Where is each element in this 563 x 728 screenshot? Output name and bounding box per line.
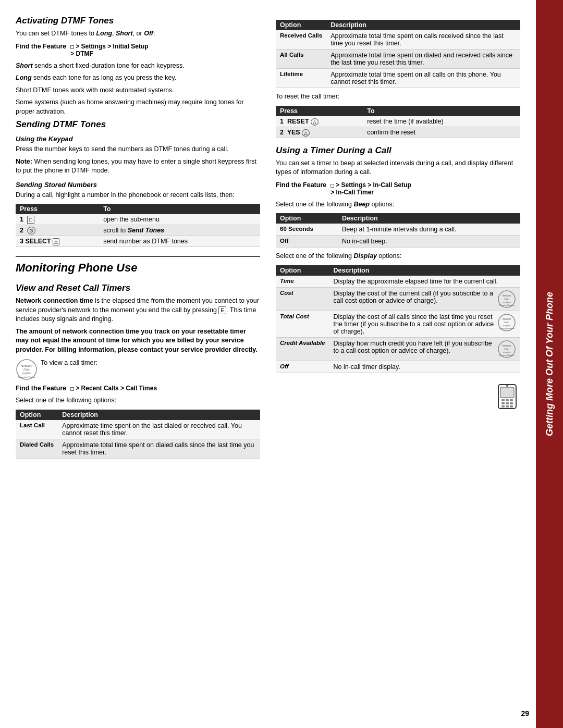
network-badge-cost: Network /Sub- scription Dependent Featur… xyxy=(497,290,516,309)
find-feature-label-3: Find the Feature xyxy=(276,181,326,189)
keypad-desc: Press the number keys to send the number… xyxy=(16,145,260,154)
table-row: 1 □ open the sub-menu xyxy=(16,214,260,225)
main-content: Activating DTMF Tones You can set DTMF t… xyxy=(0,0,536,728)
table-row: 60 Seconds Beep at 1-minute intervals du… xyxy=(276,224,520,236)
option-desc: Approximate time spent on the last diale… xyxy=(58,420,260,439)
left-column: Activating DTMF Tones You can set DTMF t… xyxy=(16,16,260,712)
row-action: send number as DTMF tones xyxy=(99,236,260,247)
table-row: Cost Display the cost of the current cal… xyxy=(276,287,520,311)
table-row: 3 SELECT △ send number as DTMF tones xyxy=(16,236,260,247)
row-action: open the sub-menu xyxy=(99,214,260,225)
row-press: 1 RESET △ xyxy=(276,116,363,127)
monitoring-title: Monitoring Phone Use xyxy=(16,256,260,275)
table-row: Off No in-call timer display. xyxy=(276,361,520,373)
desc-header: Description xyxy=(338,213,520,224)
row-num: 1 □ xyxy=(16,214,99,225)
svg-rect-30 xyxy=(510,405,513,408)
short-desc: Short sends a short fixed-duration tone … xyxy=(16,61,260,71)
svg-text:Dependent Feature: Dependent Feature xyxy=(499,304,515,306)
to-col-header: To xyxy=(99,204,260,214)
activating-dtmf-intro: You can set DTMF tones to Long, Short, o… xyxy=(16,29,260,39)
bold-warning: The amount of network connection time yo… xyxy=(16,327,260,355)
svg-rect-24 xyxy=(510,399,513,401)
extra2: Some systems (such as home answering mac… xyxy=(16,98,260,116)
press-header: Press xyxy=(276,106,363,116)
reset-call-timer-desc: To reset the call timer: xyxy=(276,92,520,102)
desc-header: Description xyxy=(58,410,260,420)
svg-text:Network: Network xyxy=(503,344,511,347)
timer-during-call-section: Using a Timer During a Call You can set … xyxy=(276,145,520,373)
find-feature-path: □ > Settings > Initial Setup> DTMF xyxy=(70,43,148,57)
keypad-note: Note: When sending long tones, you may h… xyxy=(16,157,260,176)
extra1: Short DTMF tones work with most automate… xyxy=(16,86,260,95)
option-header: Option xyxy=(276,20,326,30)
cost-desc-text: Display the cost of the current call (if… xyxy=(334,290,496,304)
svg-point-31 xyxy=(506,385,508,387)
view-reset-title: View and Reset Call Timers xyxy=(16,283,260,293)
table-row: Off No in-call beep. xyxy=(276,236,520,248)
svg-text:Network: Network xyxy=(503,318,511,320)
option-name: Received Calls xyxy=(276,30,326,50)
to-header: To xyxy=(363,106,520,116)
timer-during-call-title: Using a Timer During a Call xyxy=(276,145,520,156)
display-options-desc: Select one of the following Display opti… xyxy=(276,252,520,261)
svg-rect-28 xyxy=(501,405,505,408)
find-feature-path-3: □ > Settings > In-Call Setup> In-Call Ti… xyxy=(331,181,411,196)
svg-text:/Sub-: /Sub- xyxy=(504,298,509,300)
press-table-dtmf: Press To 1 □ open the sub-menu 2 ⊙ scrol… xyxy=(16,204,260,247)
svg-text:Network: Network xyxy=(21,364,33,367)
svg-text:/Sub-: /Sub- xyxy=(504,348,509,350)
table-row: Last Call Approximate time spent on the … xyxy=(16,420,260,439)
row-num: 3 SELECT △ xyxy=(16,236,99,247)
table-row: Received Calls Approximate total time sp… xyxy=(276,30,520,50)
svg-rect-23 xyxy=(506,399,509,401)
beep-options-desc: Select one of the following Beep options… xyxy=(276,200,520,209)
svg-text:scription: scription xyxy=(22,372,32,375)
option-desc: No in-call timer display. xyxy=(329,361,521,373)
option-name: All Calls xyxy=(276,50,326,69)
phone-icon xyxy=(494,384,520,410)
network-badge-credit: Network /Sub- scription Dependent Featur… xyxy=(497,340,516,359)
monitoring-section: Monitoring Phone Use View and Reset Call… xyxy=(16,256,260,459)
desc-header: Description xyxy=(329,265,521,276)
option-desc: No in-call beep. xyxy=(338,236,520,248)
display-options-table: Option Description Time Display the appr… xyxy=(276,265,520,373)
option-table-call-timers: Option Description Last Call Approximate… xyxy=(16,410,260,459)
table-row: Credit Available Display how much credit… xyxy=(276,337,520,361)
option-name: Total Cost xyxy=(276,311,329,337)
option-name: Time xyxy=(276,276,329,288)
using-keypad-subtitle: Using the Keypad xyxy=(16,135,260,143)
find-feature-path-2: □ > Recent Calls > Call Times xyxy=(70,385,157,392)
option-desc: Display the approximate elapsed time for… xyxy=(329,276,521,288)
reset-timer-table: Press To 1 RESET △ reset the time (if av… xyxy=(276,106,520,138)
table-row: 2 ⊙ scroll to Send Tones xyxy=(16,225,260,236)
activating-dtmf-title: Activating DTMF Tones xyxy=(16,16,260,26)
svg-text:/Sub-: /Sub- xyxy=(504,321,509,324)
table-row: Time Display the approximate elapsed tim… xyxy=(276,276,520,288)
network-row: Network /Sub- scription Dependent Featur… xyxy=(16,359,260,380)
table-row: All Calls Approximate total time spent o… xyxy=(276,50,520,69)
phone-icon-container xyxy=(276,384,520,410)
option-desc: Display the cost of all calls since the … xyxy=(329,311,521,337)
find-feature-calltimes: Find the Feature □ > Recent Calls > Call… xyxy=(16,385,260,392)
page-container: Getting More Out Of Your Phone Activatin… xyxy=(0,0,563,728)
svg-text:Dependent Feature: Dependent Feature xyxy=(499,328,515,330)
find-feature-label-2: Find the Feature xyxy=(16,385,66,392)
table-row: 2 YES △ confirm the reset xyxy=(276,127,520,138)
sending-dtmf-section: Sending DTMF Tones Using the Keypad Pres… xyxy=(16,119,260,247)
svg-rect-22 xyxy=(501,399,505,401)
row-action: scroll to Send Tones xyxy=(99,225,260,236)
row-press: 2 YES △ xyxy=(276,127,363,138)
svg-rect-21 xyxy=(500,387,514,398)
sending-dtmf-title: Sending DTMF Tones xyxy=(16,119,260,130)
option-name: 60 Seconds xyxy=(276,224,338,236)
view-desc: To view a call timer: xyxy=(41,359,97,368)
select-desc: Select one of the following options: xyxy=(16,396,260,405)
find-feature-incall: Find the Feature □ > Settings > In-Call … xyxy=(276,181,520,196)
long-desc: Long sends each tone for as long as you … xyxy=(16,73,260,83)
find-feature-label: Find the Feature xyxy=(16,43,66,50)
option-header: Option xyxy=(16,410,58,420)
credit-available-desc-text: Display how much credit you have left (i… xyxy=(334,340,496,354)
option-name: Off xyxy=(276,236,338,248)
desc-header: Description xyxy=(326,20,520,30)
